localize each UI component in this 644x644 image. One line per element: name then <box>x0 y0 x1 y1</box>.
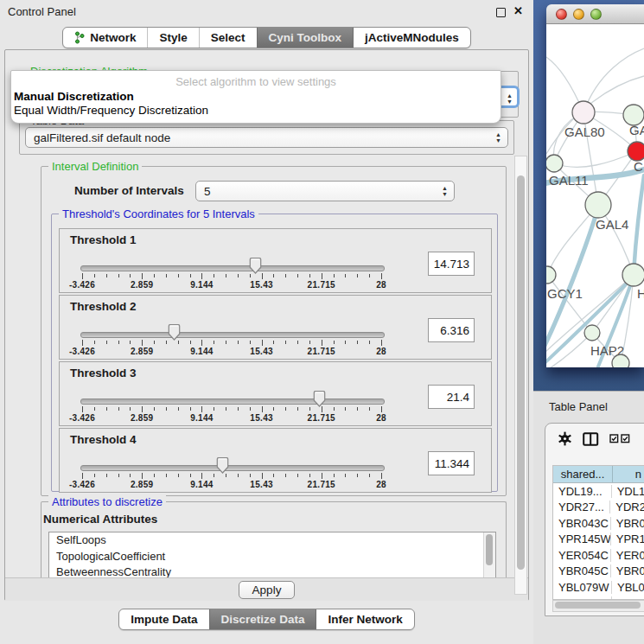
number-of-intervals-combobox[interactable]: 5 ▲▼ <box>195 181 455 201</box>
cell-shared-name[interactable]: YBL079W <box>553 581 612 594</box>
close-traffic-light-icon[interactable] <box>556 9 567 20</box>
threshold-label: Threshold 4 <box>70 433 137 446</box>
cell-name[interactable]: YER0 <box>611 549 644 562</box>
attribute-item[interactable]: TopologicalCoefficient <box>49 549 495 565</box>
node-table[interactable]: shared... n YDL19...YDL1YDR27...YDR2YBR0… <box>552 465 644 600</box>
float-panel-icon[interactable] <box>496 8 506 17</box>
scrollbar-thumb[interactable] <box>555 602 641 609</box>
network-node-hap2[interactable] <box>584 325 600 341</box>
tab-style[interactable]: Style <box>147 28 198 48</box>
node-label: GA <box>629 123 644 137</box>
cell-shared-name[interactable]: YBR045C <box>553 564 611 577</box>
table-row[interactable]: YBR043CYBR0 <box>553 515 644 532</box>
dropdown-option-manual-discretization[interactable]: Manual Discretization <box>14 90 134 103</box>
slider-track[interactable] <box>80 332 385 338</box>
minimize-traffic-light-icon[interactable] <box>573 9 584 20</box>
threshold-value-input[interactable] <box>428 385 475 409</box>
threshold-value-input[interactable] <box>428 318 475 342</box>
tab-select[interactable]: Select <box>199 28 257 48</box>
close-icon[interactable]: ✕ <box>513 4 523 17</box>
network-node-gal4[interactable] <box>585 192 611 218</box>
dropdown-option-equal-width[interactable]: Equal Width/Frequency Discretization <box>14 104 208 117</box>
table-rows: YDL19...YDL1YDR27...YDR2YBR043CYBR0YPR14… <box>553 483 644 600</box>
cell-name[interactable]: YDR2 <box>610 501 644 513</box>
slider-handle-icon[interactable] <box>249 258 262 274</box>
cell-shared-name[interactable]: YDL19... <box>553 485 612 498</box>
checkbox-icon <box>609 434 619 443</box>
slider-handle-icon[interactable] <box>168 324 181 341</box>
settings-scrollbar[interactable] <box>514 156 527 595</box>
cell-name[interactable]: YBR0 <box>611 517 644 530</box>
tab-label: Network <box>90 31 136 44</box>
table-data-group: Table Data galFiltered.sif default node … <box>19 120 514 155</box>
tab-impute-data[interactable]: Impute Data <box>119 609 208 629</box>
node-label: GAL80 <box>564 124 605 139</box>
tab-label: Discretize Data <box>221 613 305 626</box>
node-label: GCY1 <box>547 286 583 301</box>
cell-shared-name[interactable]: YDR27... <box>553 501 610 513</box>
network-node[interactable] <box>612 354 629 367</box>
top-tabs: NetworkStyleSelectCyni ToolboxjActiveMNo… <box>62 27 471 48</box>
column-header-shared-name[interactable]: shared... <box>553 466 613 482</box>
table-row[interactable]: YPR145WYPR1 <box>553 532 644 548</box>
slider-track[interactable] <box>80 465 385 471</box>
tab-infer-network[interactable]: Infer Network <box>316 609 413 629</box>
apply-button[interactable]: Apply <box>239 581 296 599</box>
slider-track[interactable] <box>80 265 385 271</box>
threshold-panel: Threshold 3 -3.4262.8599.14415.4321.7152… <box>59 361 492 426</box>
cell-shared-name[interactable]: YPR145W <box>553 532 611 545</box>
number-of-intervals-label: Number of Intervals <box>74 184 184 197</box>
cell-name[interactable]: YBL0 <box>612 581 644 594</box>
threshold-value-input[interactable] <box>428 451 475 475</box>
network-graph[interactable]: GAL80GACGAL11GAL4GCY1HHAP2 <box>546 24 644 367</box>
attributes-group-label: Attributes to discretize <box>48 495 166 508</box>
checkbox-icon <box>621 434 630 443</box>
scrollbar-thumb[interactable] <box>517 175 525 570</box>
table-row[interactable]: YBR045CYBR0 <box>553 564 644 580</box>
network-node-h[interactable] <box>622 264 644 286</box>
network-node-gal80[interactable] <box>572 101 595 124</box>
attributes-scrollbar[interactable] <box>483 532 495 579</box>
threshold-panel: Threshold 2 -3.4262.8599.14415.4321.7152… <box>59 295 492 360</box>
network-window: GAL80GACGAL11GAL4GCY1HHAP2 <box>546 4 644 367</box>
table-row[interactable]: YDL19...YDL1 <box>553 483 644 500</box>
cell-shared-name[interactable]: YER054C <box>553 549 611 562</box>
control-panel: Control Panel ✕ NetworkStyleSelectCyni T… <box>0 0 533 644</box>
select-columns-icon[interactable] <box>609 434 630 443</box>
cell-name[interactable]: YBR0 <box>611 564 644 577</box>
table-horizontal-scrollbar[interactable] <box>552 600 644 612</box>
cell-name[interactable]: YDL1 <box>612 485 644 498</box>
table-data-combobox[interactable]: galFiltered.sif default node ▲▼ <box>25 127 508 148</box>
cell-shared-name[interactable]: YBR043C <box>553 517 611 530</box>
split-view-icon[interactable] <box>583 432 599 446</box>
tab-network[interactable]: Network <box>63 28 147 48</box>
gear-icon[interactable] <box>558 431 572 446</box>
network-node-gcy1[interactable] <box>546 266 556 284</box>
attribute-item[interactable]: SelfLoops <box>49 532 495 549</box>
zoom-traffic-light-icon[interactable] <box>590 9 602 20</box>
tab-discretize-data[interactable]: Discretize Data <box>209 609 316 629</box>
network-window-titlebar[interactable] <box>546 4 644 24</box>
panel-title: Control Panel <box>8 5 76 18</box>
threshold-value-input[interactable] <box>428 252 475 276</box>
threshold-panel: Threshold 4 -3.4262.8599.14415.4321.7152… <box>59 428 492 493</box>
table-row[interactable]: YER054CYER0 <box>553 547 644 564</box>
network-node-gal11[interactable] <box>546 155 563 172</box>
interval-definition-group: Interval Definition Number of Intervals … <box>41 166 507 496</box>
column-header-name[interactable]: n <box>613 466 644 482</box>
numerical-attributes-list[interactable]: SelfLoopsTopologicalCoefficientBetweenne… <box>48 532 496 580</box>
threshold-label: Threshold 1 <box>70 233 137 246</box>
tab-jactivemnodules[interactable]: jActiveMNodules <box>353 28 470 48</box>
table-row[interactable]: YDR27...YDR2 <box>553 500 644 516</box>
slider-track[interactable] <box>80 399 385 405</box>
slider-handle-icon[interactable] <box>313 391 326 407</box>
tab-label: Style <box>159 31 187 44</box>
table-row[interactable]: YBL079WYBL0 <box>553 579 644 596</box>
tab-cyni-toolbox[interactable]: Cyni Toolbox <box>257 28 354 48</box>
network-canvas[interactable]: GAL80GACGAL11GAL4GCY1HHAP2 <box>546 24 644 367</box>
scrollbar-thumb[interactable] <box>486 534 493 565</box>
tab-label: Select <box>211 31 245 44</box>
cell-name[interactable]: YPR1 <box>611 532 644 545</box>
slider-handle-icon[interactable] <box>216 457 229 474</box>
network-node-c[interactable] <box>628 142 644 161</box>
